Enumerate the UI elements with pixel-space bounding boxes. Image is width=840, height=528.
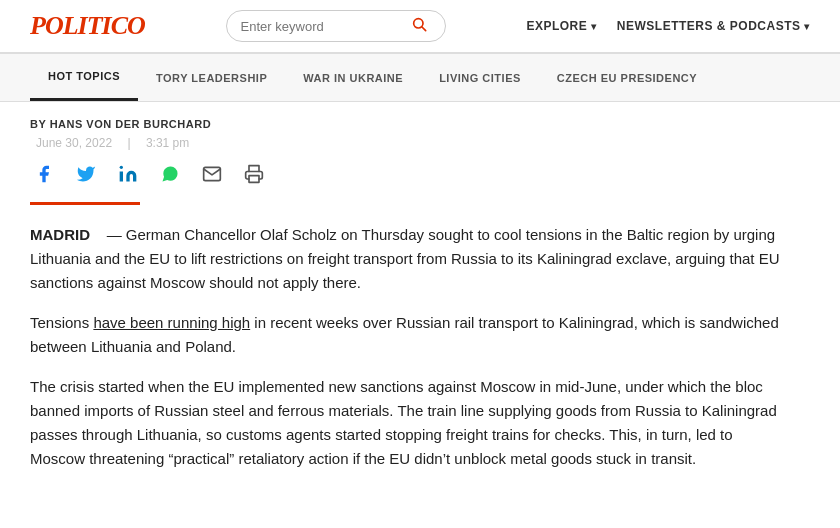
whatsapp-share-button[interactable] — [156, 160, 184, 188]
byline: BY HANS VON DER BURCHARD — [30, 118, 790, 130]
article-paragraph-3: The crisis started when the EU implement… — [30, 375, 790, 471]
twitter-share-button[interactable] — [72, 160, 100, 188]
topic-war-in-ukraine[interactable]: WAR IN UKRAINE — [285, 56, 421, 100]
linkedin-share-button[interactable] — [114, 160, 142, 188]
topics-bar: HOT TOPICS TORY LEADERSHIP WAR IN UKRAIN… — [0, 53, 840, 102]
article: BY HANS VON DER BURCHARD June 30, 2022 |… — [0, 102, 820, 507]
facebook-share-button[interactable] — [30, 160, 58, 188]
article-date: June 30, 2022 — [36, 136, 112, 150]
svg-line-1 — [422, 27, 426, 31]
date-separator: | — [127, 136, 130, 150]
print-icon — [244, 164, 264, 184]
header-nav: EXPLORE ▾ NEWSLETTERS & PODCASTS ▾ — [526, 19, 810, 33]
explore-chevron-icon: ▾ — [591, 21, 597, 32]
twitter-icon — [76, 164, 96, 184]
dateline: MADRID — [30, 226, 90, 243]
search-button[interactable] — [411, 16, 427, 36]
svg-rect-3 — [249, 176, 259, 183]
date-line: June 30, 2022 | 3:31 pm — [30, 136, 790, 150]
newsletters-label: NEWSLETTERS & PODCASTS — [617, 19, 801, 33]
whatsapp-icon — [160, 164, 180, 184]
article-paragraph-1: MADRID — German Chancellor Olaf Scholz o… — [30, 223, 790, 295]
topic-czech-eu-presidency[interactable]: CZECH EU PRESIDENCY — [539, 56, 715, 100]
email-share-button[interactable] — [198, 160, 226, 188]
em-dash-space — [94, 226, 107, 243]
facebook-icon — [34, 164, 54, 184]
header: POLITICO EXPLORE ▾ NEWSLETTERS & PODCAST… — [0, 0, 840, 53]
social-share-row — [30, 160, 790, 188]
red-divider — [30, 202, 140, 205]
paragraph-1-text: — German Chancellor Olaf Scholz on Thurs… — [30, 226, 780, 291]
article-time: 3:31 pm — [146, 136, 189, 150]
email-icon — [202, 164, 222, 184]
newsletters-nav[interactable]: NEWSLETTERS & PODCASTS ▾ — [617, 19, 810, 33]
search-input[interactable] — [241, 19, 411, 34]
newsletters-chevron-icon: ▾ — [804, 21, 810, 32]
explore-nav[interactable]: EXPLORE ▾ — [526, 19, 596, 33]
svg-point-2 — [120, 166, 123, 169]
running-high-link[interactable]: have been running high — [93, 314, 250, 331]
print-share-button[interactable] — [240, 160, 268, 188]
topic-hot-topics[interactable]: HOT TOPICS — [30, 54, 138, 101]
logo[interactable]: POLITICO — [30, 11, 145, 41]
search-icon — [411, 16, 427, 32]
linkedin-icon — [118, 164, 138, 184]
topic-tory-leadership[interactable]: TORY LEADERSHIP — [138, 56, 285, 100]
article-paragraph-2: Tensions have been running high in recen… — [30, 311, 790, 359]
topic-living-cities[interactable]: LIVING CITIES — [421, 56, 539, 100]
search-bar — [226, 10, 446, 42]
explore-label: EXPLORE — [526, 19, 587, 33]
